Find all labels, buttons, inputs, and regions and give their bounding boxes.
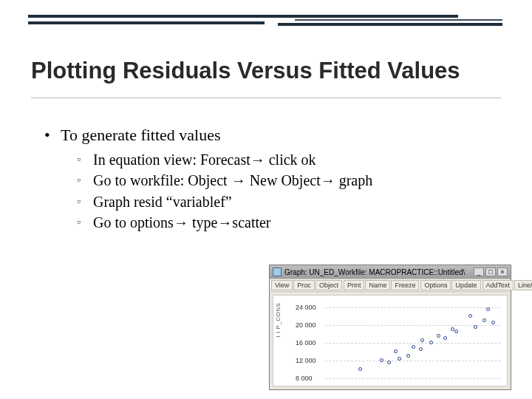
data-point [468, 314, 472, 318]
y-tick: 20 000 [296, 321, 316, 329]
sub-bullet: ▫Go to workfile: Object → New Object→ gr… [77, 171, 502, 190]
data-point [358, 367, 362, 371]
data-point [419, 347, 423, 351]
toolbar-freeze-button[interactable]: Freeze [391, 280, 419, 290]
sub-bullet: ▫In equation view: Forecast→ click ok [77, 150, 502, 169]
toolbar-lineshade-button[interactable]: Line/Shade [514, 280, 532, 290]
toolbar-proc-button[interactable]: Proc [293, 280, 315, 290]
data-point [420, 338, 424, 342]
app-icon [273, 267, 282, 276]
scatter-plot: I I P_CONS 24 00020 00016 00012 0008 000 [273, 295, 508, 386]
gridline [325, 378, 501, 379]
y-tick: 24 000 [296, 304, 316, 311]
close-button[interactable]: × [497, 267, 508, 276]
data-point [474, 325, 477, 329]
sub-bullet-text: Go to workfile: Object → New Object→ gra… [93, 171, 372, 190]
data-point [380, 358, 383, 362]
toolbar-name-button[interactable]: Name [365, 280, 390, 290]
bullet-lvl1: • To generate fitted values [44, 124, 502, 146]
data-point [437, 334, 440, 338]
y-tick: 16 000 [296, 339, 316, 347]
toolbar-object-button[interactable]: Object [316, 280, 342, 290]
data-point [394, 349, 398, 353]
toolbar-options-button[interactable]: Options [420, 280, 451, 290]
y-tick: 12 000 [296, 357, 316, 364]
header-decoration [28, 15, 458, 52]
minimize-button[interactable]: _ [474, 267, 484, 276]
eviews-window: Graph: UN_ED_Workfile: MACROPRACTICE::Un… [269, 265, 511, 390]
sub-bullet: ▫Go to options→ type→scatter [77, 213, 502, 232]
data-point [486, 307, 490, 311]
bullet-text: To generate fitted values [61, 124, 221, 146]
data-point [412, 345, 415, 349]
data-point [491, 321, 495, 324]
gridline [325, 361, 501, 361]
sub-bullet: ▫Graph resid “variablef” [77, 192, 502, 211]
sub-bullets: ▫In equation view: Forecast→ click ok▫Go… [77, 150, 502, 233]
data-point [429, 341, 433, 344]
window-controls: _ □ × [474, 267, 508, 276]
toolbar-update-button[interactable]: Update [451, 280, 480, 290]
slide-body: • To generate fitted values ▫In equation… [44, 124, 502, 234]
data-point [454, 330, 458, 333]
sub-bullet-mark: ▫ [77, 150, 87, 169]
data-point [387, 361, 391, 364]
data-point [406, 354, 410, 358]
sub-bullet-mark: ▫ [77, 192, 87, 211]
sub-bullet-mark: ▫ [77, 171, 87, 190]
data-point [482, 318, 486, 322]
toolbar-addtext-button[interactable]: AddText [482, 280, 514, 290]
toolbar-print-button[interactable]: Print [344, 280, 365, 290]
sub-bullet-text: Graph resid “variablef” [93, 192, 232, 211]
window-titlebar: Graph: UN_ED_Workfile: MACROPRACTICE::Un… [270, 265, 511, 279]
sub-bullet-text: Go to options→ type→scatter [93, 213, 271, 232]
maximize-button[interactable]: □ [485, 267, 496, 276]
gridline [325, 343, 501, 344]
y-tick: 8 000 [296, 375, 313, 382]
data-point [443, 336, 447, 340]
sub-bullet-mark: ▫ [77, 213, 87, 232]
window-title-text: Graph: UN_ED_Workfile: MACROPRACTICE::Un… [284, 268, 465, 276]
slide-title: Plotting Residuals Versus Fitted Values [31, 58, 501, 98]
sub-bullet-text: In equation view: Forecast→ click ok [93, 150, 316, 169]
toolbar-view-button[interactable]: View [271, 280, 293, 290]
toolbar: ViewProcObjectPrintNameFreezeOptionsUpda… [270, 279, 511, 292]
y-axis-label: I I P_CONS [275, 303, 282, 338]
gridline [325, 307, 501, 308]
slide: Plotting Residuals Versus Fitted Values … [0, 0, 532, 399]
bullet-mark: • [44, 124, 53, 146]
